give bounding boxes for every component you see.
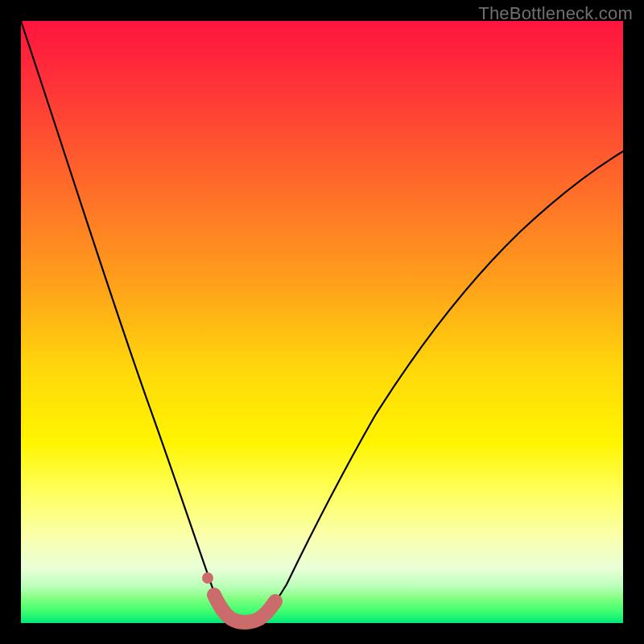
- chart-plot-area: [21, 21, 623, 623]
- watermark-text: TheBottleneck.com: [478, 3, 633, 24]
- bottleneck-curve-line: [21, 21, 623, 622]
- optimal-zone-highlight: [214, 595, 275, 622]
- curve-marker-dot: [202, 572, 213, 584]
- bottleneck-curve-svg: [21, 21, 623, 623]
